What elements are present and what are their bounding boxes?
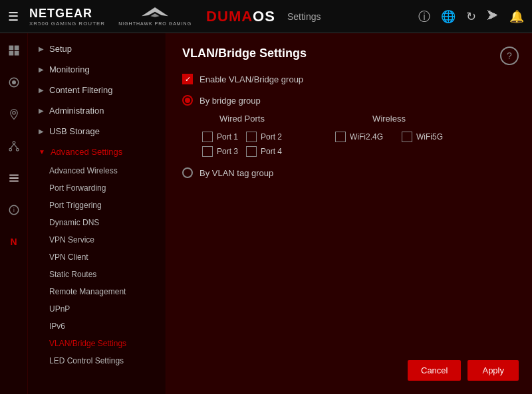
sidebar-group-setup-label: Setup — [49, 44, 72, 54]
wifi24-item: WiFi2.4G — [335, 132, 383, 142]
bell-icon[interactable]: 🔔 — [509, 9, 524, 24]
port-4-label: Port 4 — [261, 147, 282, 156]
brand-name: NETGEAR — [29, 7, 105, 21]
port-1-checkbox[interactable] — [202, 132, 213, 142]
sidebar-item-ipv6[interactable]: IPv6 — [39, 318, 166, 335]
sidebar-group-monitoring-label: Monitoring — [49, 64, 90, 74]
svg-rect-5 — [14, 51, 19, 56]
sidebar-item-led[interactable]: LED Control Settings — [39, 352, 166, 369]
duma-text: DUMA — [206, 8, 253, 25]
svg-point-10 — [16, 148, 19, 151]
enable-row: Enable VLAN/Bridge group — [182, 74, 516, 84]
enable-vlan-checkbox[interactable] — [182, 74, 193, 84]
svg-point-7 — [12, 80, 16, 84]
os-text: OS — [253, 8, 275, 25]
svg-line-12 — [14, 144, 17, 149]
refresh-icon[interactable]: ↻ — [466, 9, 476, 24]
brand-sub: XR500 GAMING ROUTER — [29, 21, 105, 27]
apply-button[interactable]: Apply — [467, 360, 519, 381]
sidebar-item-vlan[interactable]: VLAN/Bridge Settings — [39, 335, 166, 352]
sidebar-group-content-filtering[interactable]: ▶ Content Filtering — [28, 80, 166, 100]
sidebar-item-static-routes[interactable]: Static Routes — [39, 266, 166, 283]
sidebar-group-setup[interactable]: ▶ Setup — [28, 39, 166, 59]
wifi24-label: WiFi2.4G — [350, 132, 383, 142]
port-4-checkbox[interactable] — [246, 146, 257, 157]
port-1-item: Port 1 — [202, 132, 238, 142]
bottom-buttons: Cancel Apply — [408, 360, 519, 381]
by-bridge-radio[interactable] — [182, 95, 193, 106]
arrow-icon: ▶ — [39, 107, 44, 114]
sidebar-icon-info[interactable]: i — [3, 199, 25, 221]
sidebar-group-advanced[interactable]: ▼ Advanced Settings — [28, 142, 166, 162]
svg-text:i: i — [13, 207, 15, 213]
svg-point-8 — [13, 142, 15, 144]
sidebar-icon-geo[interactable] — [3, 104, 25, 125]
by-vlan-radio[interactable] — [182, 167, 193, 178]
menu-icon[interactable]: ☰ — [8, 9, 19, 24]
arrow-icon: ▶ — [39, 45, 44, 52]
logout-icon[interactable]: ⮞ — [487, 9, 499, 23]
enable-vlan-label: Enable VLAN/Bridge group — [200, 74, 303, 84]
sidebar-item-dynamic-dns[interactable]: Dynamic DNS — [39, 214, 166, 231]
sidebar-item-port-triggering[interactable]: Port Triggering — [39, 197, 166, 214]
dumaos-logo: DUMAOS — [206, 8, 275, 25]
header-settings-label: Settings — [287, 11, 321, 22]
sidebar-sub-items: Advanced Wireless Port Forwarding Port T… — [28, 162, 166, 369]
main-content: VLAN/Bridge Settings ? Enable VLAN/Bridg… — [166, 33, 532, 394]
by-vlan-row: By VLAN tag group — [182, 167, 516, 178]
sidebar: ▶ Setup ▶ Monitoring ▶ Content Filtering… — [28, 33, 166, 394]
sidebar-icon-network[interactable] — [3, 136, 25, 157]
sidebar-item-remote-management[interactable]: Remote Management — [39, 283, 166, 300]
svg-line-11 — [10, 144, 13, 149]
wifi5-checkbox[interactable] — [402, 132, 412, 142]
help-icon[interactable]: ? — [500, 47, 519, 65]
port-row-1-2: Port 1 Port 2 — [202, 132, 282, 142]
port-4-item: Port 4 — [246, 146, 282, 157]
port-3-checkbox[interactable] — [202, 146, 213, 157]
sidebar-item-advanced-wireless[interactable]: Advanced Wireless — [39, 162, 166, 179]
cancel-button[interactable]: Cancel — [408, 360, 461, 381]
by-bridge-label: By bridge group — [200, 96, 261, 106]
sidebar-icon-netduma[interactable]: N — [3, 231, 25, 252]
nighthawk-text: NIGHTHAWK PRO GAMING — [118, 21, 192, 26]
header-icons: ⓘ 🌐 ↻ ⮞ 🔔 — [418, 9, 524, 25]
info-header-icon[interactable]: ⓘ — [418, 9, 430, 25]
wired-ports-group: Wired Ports Port 1 Port 2 Port 3 — [202, 114, 282, 157]
wifi5-label: WiFi5G — [416, 132, 443, 142]
sidebar-item-port-forwarding[interactable]: Port Forwarding — [39, 179, 166, 197]
wifi5-item: WiFi5G — [402, 132, 443, 142]
sidebar-group-advanced-label: Advanced Settings — [51, 147, 122, 157]
nighthawk-logo: NIGHTHAWK PRO GAMING — [118, 7, 192, 26]
layout: i N ▶ Setup ▶ Monitoring ▶ Content Filte… — [0, 33, 532, 394]
nighthawk-icon — [142, 7, 168, 21]
wireless-group: Wireless WiFi2.4G WiFi5G — [335, 114, 443, 157]
icon-bar: i N — [0, 33, 28, 394]
svg-point-9 — [9, 148, 11, 151]
sidebar-group-usb[interactable]: ▶ USB Storage — [28, 121, 166, 142]
globe-icon[interactable]: 🌐 — [441, 9, 456, 24]
wifi24-checkbox[interactable] — [335, 132, 346, 142]
port-2-checkbox[interactable] — [246, 132, 257, 142]
sidebar-item-upnp[interactable]: UPnP — [39, 300, 166, 318]
port-2-label: Port 2 — [261, 132, 282, 142]
svg-rect-3 — [14, 46, 19, 50]
sidebar-item-vpn-client[interactable]: VPN Client — [39, 248, 166, 266]
sidebar-icon-traffic[interactable] — [3, 72, 25, 93]
by-vlan-label: By VLAN tag group — [200, 168, 273, 178]
arrow-down-icon: ▼ — [39, 148, 45, 155]
page-title: VLAN/Bridge Settings — [182, 47, 516, 60]
svg-rect-4 — [9, 51, 13, 56]
svg-rect-2 — [9, 46, 13, 50]
sidebar-group-administration[interactable]: ▶ Administration — [28, 100, 166, 121]
arrow-icon: ▶ — [39, 128, 44, 135]
arrow-icon: ▶ — [39, 66, 44, 73]
sidebar-icon-settings[interactable] — [3, 167, 25, 189]
sidebar-icon-dashboard[interactable] — [3, 40, 25, 61]
header-left: ☰ NETGEAR XR500 GAMING ROUTER NIGHTHAWK … — [8, 7, 321, 27]
arrow-icon: ▶ — [39, 86, 44, 94]
by-bridge-row: By bridge group — [182, 95, 516, 106]
brand-area: NETGEAR XR500 GAMING ROUTER — [29, 7, 105, 27]
port-3-item: Port 3 — [202, 146, 238, 157]
sidebar-item-vpn-service[interactable]: VPN Service — [39, 231, 166, 248]
sidebar-group-monitoring[interactable]: ▶ Monitoring — [28, 59, 166, 80]
